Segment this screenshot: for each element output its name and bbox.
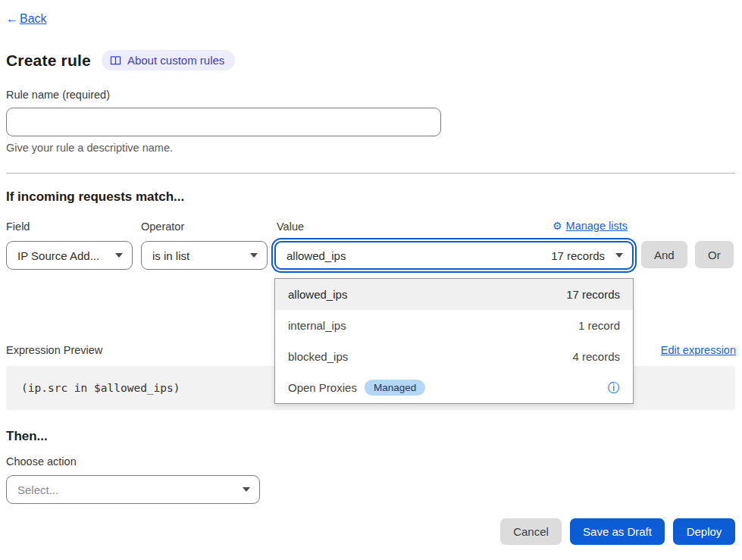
manage-lists-label: Manage lists xyxy=(566,220,628,232)
operator-select[interactable]: is in list xyxy=(141,241,268,270)
list-item-blocked-ips[interactable]: blocked_ips 4 records xyxy=(275,341,633,372)
value-select-record-count: 17 records xyxy=(551,249,605,262)
back-arrow-icon: ← xyxy=(6,12,18,26)
page-title: Create rule xyxy=(6,52,91,70)
field-select[interactable]: IP Source Add... xyxy=(6,241,133,270)
caret-down-icon xyxy=(243,487,250,492)
or-button[interactable]: Or xyxy=(695,241,734,268)
about-custom-rules-label: About custom rules xyxy=(127,54,224,67)
match-section-heading: If incoming requests match... xyxy=(6,189,184,205)
operator-column-label: Operator xyxy=(141,221,184,233)
expression-code: (ip.src in $allowed_ips) xyxy=(21,382,180,394)
field-select-value: IP Source Add... xyxy=(17,249,99,262)
back-link-label: Back xyxy=(20,12,47,26)
value-column-label: Value xyxy=(277,221,304,233)
choose-action-label: Choose action xyxy=(6,455,77,468)
caret-down-icon xyxy=(115,253,123,258)
and-button[interactable]: And xyxy=(641,241,687,268)
list-item-records: 17 records xyxy=(566,288,620,301)
list-item-name: Open Proxies xyxy=(288,381,357,394)
list-item-name: blocked_ips xyxy=(288,350,348,363)
action-select-placeholder: Select... xyxy=(17,483,58,496)
list-item-records: 1 record xyxy=(578,319,620,332)
create-rule-page: ←Back Create rule About custom rules Rul… xyxy=(0,0,742,560)
action-select[interactable]: Select... xyxy=(6,475,260,504)
value-select-selected: allowed_ips xyxy=(286,249,346,262)
back-link[interactable]: ←Back xyxy=(6,12,47,26)
list-item-name: internal_ips xyxy=(288,319,346,332)
about-custom-rules-link[interactable]: About custom rules xyxy=(102,50,235,70)
rule-name-label: Rule name (required) xyxy=(6,89,110,101)
list-item-records: 4 records xyxy=(572,350,620,363)
gear-icon: ⚙ xyxy=(553,220,562,232)
edit-expression-link[interactable]: Edit expression xyxy=(661,344,736,356)
title-row: Create rule About custom rules xyxy=(6,50,235,70)
list-item-open-proxies[interactable]: Open Proxies Managed ⓘ xyxy=(275,372,633,403)
rule-name-input[interactable] xyxy=(6,108,441,136)
list-item-name: allowed_ips xyxy=(288,288,347,301)
rule-name-helper-text: Give your rule a descriptive name. xyxy=(6,142,173,154)
manage-lists-link[interactable]: ⚙ Manage lists xyxy=(553,220,628,232)
list-item-internal-ips[interactable]: internal_ips 1 record xyxy=(275,310,633,341)
info-icon[interactable]: ⓘ xyxy=(608,382,620,394)
then-section-heading: Then... xyxy=(6,429,48,444)
caret-down-icon xyxy=(615,253,623,258)
list-item-allowed-ips[interactable]: allowed_ips 17 records xyxy=(275,279,633,310)
book-icon xyxy=(110,55,121,66)
caret-down-icon xyxy=(250,253,258,258)
cancel-button[interactable]: Cancel xyxy=(500,518,562,545)
value-dropdown-panel: allowed_ips 17 records internal_ips 1 re… xyxy=(274,278,634,404)
save-as-draft-button[interactable]: Save as Draft xyxy=(570,518,665,545)
managed-badge: Managed xyxy=(365,380,425,396)
field-column-label: Field xyxy=(6,221,30,233)
deploy-button[interactable]: Deploy xyxy=(673,518,735,545)
expression-preview-label: Expression Preview xyxy=(6,344,102,356)
operator-select-value: is in list xyxy=(152,249,189,262)
section-divider xyxy=(6,173,735,174)
value-select[interactable]: allowed_ips 17 records xyxy=(274,241,634,270)
